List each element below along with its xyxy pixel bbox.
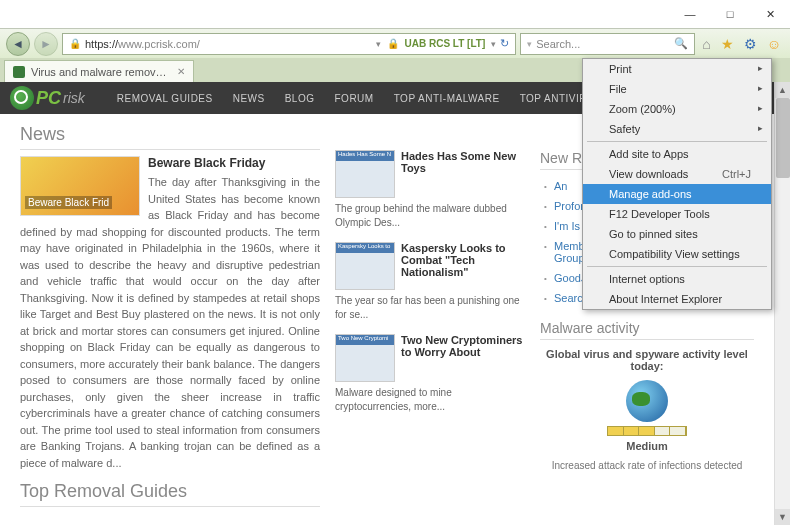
malware-activity-heading: Malware activity <box>540 320 754 340</box>
lock-icon: 🔒 <box>69 38 81 49</box>
menu-safety[interactable]: Safety <box>583 119 771 139</box>
url-host: www.pcrisk.com/ <box>118 38 375 50</box>
article-image[interactable] <box>20 156 140 216</box>
browser-tab[interactable]: Virus and malware removal i... ✕ <box>4 60 194 82</box>
scroll-down-icon[interactable]: ▼ <box>775 509 790 525</box>
mini-article-image[interactable]: Hades Has Some N <box>335 150 395 198</box>
feedback-smiley-icon[interactable]: ☺ <box>764 36 784 52</box>
tab-close-icon[interactable]: ✕ <box>177 66 185 77</box>
menu-pinned-sites[interactable]: Go to pinned sites <box>583 224 771 244</box>
menu-separator <box>587 266 767 267</box>
activity-meter <box>607 426 687 436</box>
article-text: The day after Thanksgiving in the United… <box>20 174 320 471</box>
back-button[interactable]: ◄ <box>6 32 30 56</box>
menu-f12-devtools[interactable]: F12 Developer Tools <box>583 204 771 224</box>
home-icon[interactable]: ⌂ <box>699 36 713 52</box>
cert-label: UAB RCS LT [LT] <box>405 38 486 49</box>
vertical-scrollbar[interactable]: ▲ ▼ <box>774 82 790 525</box>
nav-antimalware[interactable]: TOP ANTI-MALWARE <box>386 93 508 104</box>
scroll-thumb[interactable] <box>776 98 790 178</box>
nav-forum[interactable]: FORUM <box>327 93 382 104</box>
tab-favicon-icon <box>13 66 25 78</box>
menu-about-ie[interactable]: About Internet Explorer <box>583 289 771 309</box>
activity-title: Global virus and spyware activity level … <box>540 348 754 372</box>
menu-internet-options[interactable]: Internet options <box>583 269 771 289</box>
refresh-icon[interactable]: ↻ <box>500 37 509 50</box>
scroll-up-icon[interactable]: ▲ <box>775 82 790 98</box>
forward-button[interactable]: ► <box>34 32 58 56</box>
globe-icon <box>626 380 668 422</box>
menu-shortcut: Ctrl+J <box>722 168 751 180</box>
mini-article-text: Malware designed to mine cryptocurrencie… <box>335 382 525 414</box>
news-heading: News <box>20 124 320 150</box>
menu-file[interactable]: File <box>583 79 771 99</box>
logo-text-1: PC <box>36 88 61 109</box>
close-button[interactable]: ✕ <box>750 0 790 28</box>
logo-text-2: risk <box>63 90 85 106</box>
menu-manage-addons[interactable]: Manage add-ons <box>583 184 771 204</box>
site-logo[interactable]: PC risk <box>10 86 85 110</box>
nav-removal-guides[interactable]: REMOVAL GUIDES <box>109 93 221 104</box>
search-icon[interactable]: 🔍 <box>674 37 688 50</box>
browser-toolbar: ◄ ► 🔒 https:// www.pcrisk.com/ ▾ 🔒 UAB R… <box>0 28 790 58</box>
search-box[interactable]: ▾ Search... 🔍 <box>520 33 695 55</box>
menu-add-site-to-apps[interactable]: Add site to Apps <box>583 144 771 164</box>
mini-article-image[interactable]: Kaspersky Looks to <box>335 242 395 290</box>
nav-blog[interactable]: BLOG <box>277 93 323 104</box>
menu-compat-view[interactable]: Compatibility View settings <box>583 244 771 264</box>
mini-article: Hades Has Some N Hades Has Some New Toys… <box>335 150 525 230</box>
cert-lock-icon: 🔒 <box>387 38 399 49</box>
menu-zoom[interactable]: Zoom (200%) <box>583 99 771 119</box>
tools-gear-icon[interactable]: ⚙ <box>741 36 760 52</box>
nav-news[interactable]: NEWS <box>225 93 273 104</box>
top-removal-heading: Top Removal Guides <box>20 481 320 507</box>
favorites-icon[interactable]: ★ <box>718 36 737 52</box>
tools-menu: Print File Zoom (200%) Safety Add site t… <box>582 58 772 310</box>
mini-article: Two New Cryptomi Two New Cryptominers to… <box>335 334 525 414</box>
logo-icon <box>10 86 34 110</box>
menu-print[interactable]: Print <box>583 59 771 79</box>
main-article: Beware Black Friday The day after Thanks… <box>20 156 320 471</box>
menu-separator <box>587 141 767 142</box>
menu-view-downloads[interactable]: View downloads Ctrl+J <box>583 164 771 184</box>
activity-footer: Increased attack rate of infections dete… <box>540 460 754 471</box>
search-provider-dd-icon[interactable]: ▾ <box>527 39 532 49</box>
mini-article-image[interactable]: Two New Cryptomi <box>335 334 395 382</box>
url-scheme: https:// <box>85 38 118 50</box>
maximize-button[interactable]: □ <box>710 0 750 28</box>
menu-label: View downloads <box>609 168 688 180</box>
mini-article: Kaspersky Looks to Kaspersky Looks to Co… <box>335 242 525 322</box>
address-bar[interactable]: 🔒 https:// www.pcrisk.com/ ▾ 🔒 UAB RCS L… <box>62 33 516 55</box>
activity-level: Medium <box>540 440 754 452</box>
refresh-dd-icon[interactable]: ▾ <box>376 39 381 49</box>
mini-article-text: The year so far has been a punishing one… <box>335 290 525 322</box>
cert-dd-icon[interactable]: ▾ <box>491 39 496 49</box>
search-placeholder: Search... <box>536 38 580 50</box>
minimize-button[interactable]: — <box>670 0 710 28</box>
mini-article-text: The group behind the malware dubbed Olym… <box>335 198 525 230</box>
removal-link[interactable]: An <box>554 180 567 192</box>
tab-title: Virus and malware removal i... <box>31 66 171 78</box>
